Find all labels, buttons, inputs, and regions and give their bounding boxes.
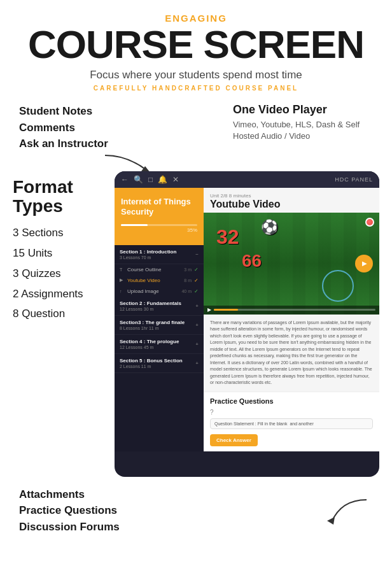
practice-title: Practice Questions	[210, 397, 373, 405]
feature-left: Student NotesCommentsAsk an Instructor	[19, 103, 108, 152]
item-outline-label: Course Outline	[127, 267, 181, 272]
section-3-expand[interactable]: +	[195, 322, 199, 328]
practice-section: Practice Questions ? Question Statement …	[204, 392, 379, 451]
progress-fill	[121, 224, 148, 226]
item-upload-check: ✓	[194, 288, 199, 294]
format-types-heading: FormatTypes	[13, 178, 111, 217]
section-5-expand[interactable]: +	[195, 360, 199, 366]
sidebar-section-3: Section3 : The grand finale 8 Lessons 1h…	[115, 316, 204, 335]
video-container[interactable]: 32 66 ⚽ ▶	[204, 213, 379, 315]
stat-assignments: 2 Assignments	[13, 286, 111, 302]
handcrafted-label: CAREFULLY HANDCRAFTED COURSE PANEL	[13, 85, 379, 92]
course-panel: ← 🔍 □ 🔔 ✕ HDC PANEL Internet of Things S…	[115, 171, 379, 477]
section-1-collapse[interactable]: −	[195, 251, 199, 257]
upload-icon: ↑	[120, 289, 125, 294]
section-5-meta: 2 Lessons 11 m	[120, 364, 183, 369]
question-statement: Question Statement : Fill in the blank	[214, 421, 287, 426]
content-body: There are many variations of passages of…	[204, 315, 379, 392]
video-play-button[interactable]	[355, 255, 373, 272]
text-icon: T	[120, 267, 125, 272]
section-4-title: Section 4 : The prologue	[120, 339, 179, 344]
section-4-meta: 12 Lessons 45 m	[120, 345, 179, 350]
sidebar-course-title: Internet of Things Security	[121, 197, 197, 218]
panel-body: Internet of Things Security 35% Section …	[115, 188, 379, 451]
panel-sidebar: Internet of Things Security 35% Section …	[115, 188, 204, 451]
content-title: Youtube Video	[210, 199, 373, 210]
check-answer-button[interactable]: Check Answer	[210, 434, 258, 446]
section-2-meta: 12 Lessons 30 m	[120, 307, 181, 311]
item-upload-label: Upload Image	[127, 288, 179, 294]
item-youtube-check: ✓	[194, 278, 199, 283]
video-field: 32 66 ⚽	[204, 213, 379, 315]
left-stats: FormatTypes 3 Sections 15 Units 3 Quizze…	[13, 171, 111, 327]
feature-left-text: Student NotesCommentsAsk an Instructor	[19, 103, 108, 152]
player-32: 32	[216, 225, 239, 249]
stat-questions: 8 Question	[13, 306, 111, 322]
player-66: 66	[242, 251, 262, 271]
arrow-area	[64, 152, 379, 171]
panel-content: Unit 2/8 8 minutes Youtube Video 32 66 ⚽	[204, 188, 379, 451]
sidebar-item-outline[interactable]: T Course Outline 3 m ✓	[115, 264, 204, 275]
item-outline-duration: 3 m	[184, 267, 192, 272]
features-row: Student NotesCommentsAsk an Instructor O…	[13, 103, 379, 152]
page-wrapper: ENGAGING COURSE SCREEN Focus where your …	[0, 0, 392, 573]
stat-units: 15 Units	[13, 246, 111, 261]
sidebar-item-upload[interactable]: ↑ Upload Image 40 m ✓	[115, 286, 204, 297]
stat-sections: 3 Sections	[13, 225, 111, 241]
section-2-title: Section 2 : Fundamentals	[120, 301, 181, 306]
section-4-expand[interactable]: +	[195, 341, 199, 347]
section-1-title: Section 1 : Introduction	[120, 249, 176, 255]
play-icon[interactable]: ▶	[207, 307, 211, 313]
header-section: ENGAGING COURSE SCREEN Focus where your …	[13, 13, 379, 92]
panel-topbar: ← 🔍 □ 🔔 ✕ HDC PANEL	[115, 171, 379, 188]
stat-quizzes: 3 Quizzes	[13, 266, 111, 281]
section-5-title: Section 5 : Bonus Section	[120, 358, 183, 364]
section-3-meta: 8 Lessons 1hr 11 m	[120, 326, 185, 330]
bottom-features-text: AttachmentsPractice QuestionsDiscussion …	[19, 486, 120, 535]
practice-question: ?	[210, 409, 373, 416]
sidebar-course-header: Internet of Things Security 35%	[115, 188, 204, 245]
video-icon: ▶	[120, 278, 125, 283]
main-content: FormatTypes 3 Sections 15 Units 3 Quizze…	[13, 171, 379, 477]
bookmark-icon[interactable]: □	[148, 175, 153, 184]
item-youtube-label: Youtube Video	[127, 278, 181, 283]
circle-indicator	[322, 270, 354, 302]
search-icon[interactable]: 🔍	[134, 175, 143, 184]
progress-bar	[121, 224, 197, 226]
sidebar-section-4: Section 4 : The prologue 12 Lessons 45 m…	[115, 335, 204, 354]
question-suffix: and another	[290, 421, 313, 426]
record-dot	[365, 218, 374, 227]
bottom-arrow-area	[322, 497, 373, 535]
subtitle: Focus where your students spend most tim…	[13, 69, 379, 81]
question-icon: ?	[210, 409, 214, 416]
progress-bar-fill	[214, 309, 238, 311]
sidebar-item-youtube[interactable]: ▶ Youtube Video 8 m ✓	[115, 275, 204, 286]
feature-right-desc: Vimeo, Youtube, HLS, Dash & Self Hosted …	[233, 119, 373, 142]
bottom-features: AttachmentsPractice QuestionsDiscussion …	[19, 486, 120, 535]
item-outline-check: ✓	[194, 267, 199, 272]
bottom-section: AttachmentsPractice QuestionsDiscussion …	[13, 486, 379, 535]
item-upload-duration: 40 m	[181, 289, 192, 294]
sidebar-section-1: Section 1 : Introduction 3 Lessons 70 m …	[115, 245, 204, 264]
player-yellow: ⚽	[261, 219, 278, 236]
section-1-meta: 3 Lessons 70 m	[120, 255, 176, 260]
page-title: COURSE SCREEN	[13, 24, 379, 65]
hdc-label: HDC PANEL	[335, 176, 373, 183]
progress-bar-video[interactable]	[214, 309, 375, 311]
back-icon[interactable]: ←	[121, 175, 129, 184]
svg-marker-1	[327, 517, 335, 525]
video-controls: ▶	[204, 306, 379, 315]
section-3-title: Section3 : The grand finale	[120, 320, 185, 325]
feature-right-title: One Video Player	[233, 103, 373, 117]
bell-icon[interactable]: 🔔	[158, 175, 167, 184]
bottom-arrow-icon	[322, 497, 373, 532]
close-icon[interactable]: ✕	[172, 175, 179, 184]
fill-blank-row: Question Statement : Fill in the blank a…	[210, 418, 373, 429]
progress-text: 35%	[121, 227, 197, 233]
item-youtube-duration: 8 m	[184, 278, 192, 283]
sidebar-section-2: Section 2 : Fundamentals 12 Lessons 30 m…	[115, 297, 204, 316]
section-2-expand[interactable]: +	[195, 303, 199, 309]
content-body-text: There are many variations of passages of…	[210, 320, 373, 386]
feature-right: One Video Player Vimeo, Youtube, HLS, Da…	[233, 103, 373, 142]
unit-label: Unit 2/8 8 minutes	[210, 193, 373, 199]
